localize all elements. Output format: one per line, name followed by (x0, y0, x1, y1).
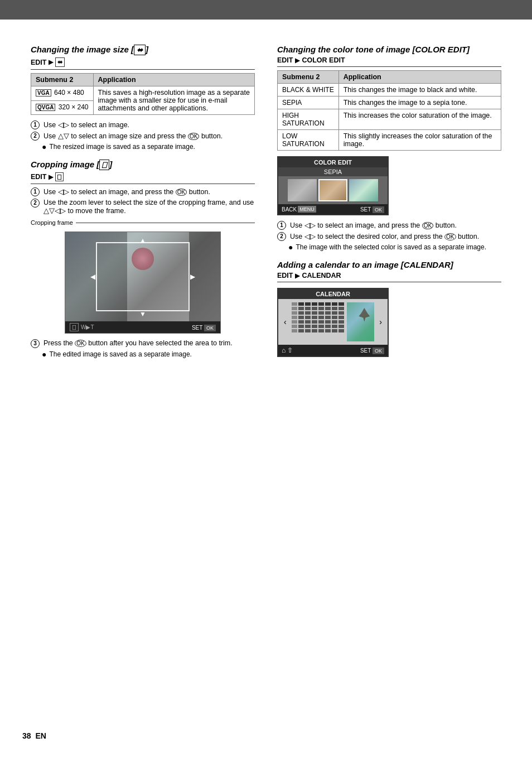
cal-row-2 (292, 311, 344, 315)
color-thumb-high (349, 179, 378, 201)
section-resize-title: Changing the image size [⬌] (31, 45, 255, 55)
crop-bullet: ● The edited image is saved as a separat… (42, 350, 255, 358)
color-edit-panel-header: COLOR EDIT (278, 157, 388, 167)
resize-table: Submenu 2 Application VGA 640 × 480 This… (31, 73, 255, 115)
ok-button-color[interactable]: OK (373, 206, 384, 213)
page: Changing the image size [⬌] EDIT ▶ ⬌ Sub… (0, 0, 532, 757)
color-edit-mode: SEPIA (278, 167, 388, 176)
crop-right-arrow: ▶ (190, 273, 195, 281)
color-table: Submenu 2 Application BLACK & WHITE This… (277, 70, 501, 151)
back-button[interactable]: BACK MENU (282, 206, 316, 213)
color-thumb-sepia (318, 179, 347, 201)
crop-step-1: 1 Use ◁▷ to select an image, and press t… (31, 187, 255, 196)
crop-left-arrow: ◀ (90, 273, 95, 281)
menu-label: MENU (298, 206, 316, 213)
step-1: 1 Use ◁▷ to select an image. (31, 120, 255, 129)
crop-image-area: Cropping frame ▲ (31, 219, 255, 334)
section-calendar-title: Adding a calendar to an image [CALENDAR] (277, 260, 501, 269)
cal-row-5 (292, 325, 344, 328)
color-step-1: 1 Use ◁▷ to select an image, and press t… (277, 221, 501, 230)
color-edit-images (278, 176, 388, 204)
crop-edit-icon: ⎕ (55, 172, 64, 181)
crop-icon-toolbar: ⎕ (70, 323, 79, 331)
resize-edit-icon: ⬌ (55, 57, 65, 67)
color-edit-path: EDIT ▶ COLOR EDIT (277, 56, 501, 67)
crop-steps2: 3 Press the OK button after you have sel… (31, 339, 255, 358)
section-crop-title: Cropping image [⎕] (31, 160, 255, 170)
crop-step-3: 3 Press the OK button after you have sel… (31, 339, 255, 348)
table-row: SEPIA This changes the image to a sepia … (278, 97, 501, 109)
calendar-edit-path: EDIT ▶ CALENDAR (277, 272, 501, 282)
left-column: Changing the image size [⬌] EDIT ▶ ⬌ Sub… (31, 45, 255, 363)
calendar-home-icon: ⌂ ⇧ (282, 346, 293, 354)
cal-row-1 (292, 307, 344, 310)
color-thumb-bw (288, 179, 317, 201)
color-steps: 1 Use ◁▷ to select an image, and press t… (277, 221, 501, 251)
section-color-title: Changing the color tone of image [COLOR … (277, 45, 501, 54)
crop-set-ok: SET OK (192, 324, 216, 331)
crop-label-line (76, 223, 255, 223)
section-resize: Changing the image size [⬌] EDIT ▶ ⬌ Sub… (31, 45, 255, 151)
crop-steps: 1 Use ◁▷ to select an image, and press t… (31, 187, 255, 215)
crop-edit-path: EDIT ▶ ⎕ (31, 172, 255, 184)
color-edit-panel: COLOR EDIT SEPIA BACK MEN (277, 156, 389, 215)
table-row: HIGHSATURATION This increases the color … (278, 109, 501, 130)
calendar-nav-left[interactable]: ‹ (282, 302, 289, 341)
color-edit-bottom-bar: BACK MENU SET OK (278, 204, 388, 214)
cal-row-header (292, 302, 344, 306)
calendar-grid (292, 302, 344, 341)
crop-frame-label-row: Cropping frame (31, 219, 255, 226)
calendar-photo (347, 302, 375, 341)
calendar-body: ‹ (278, 299, 388, 345)
crop-toolbar: ⎕ W▶T SET OK (65, 321, 220, 333)
color-step-2: 2 Use ◁▷ to select the desired color, an… (277, 232, 501, 241)
crop-toolbar-left: ⎕ W▶T (70, 323, 94, 331)
color-bullet: ● The image with the selected color is s… (288, 243, 501, 251)
calendar-panel-header: CALENDAR (278, 289, 388, 299)
wt-label: W▶T (81, 324, 94, 330)
table-row: BLACK & WHITE This changes the image to … (278, 84, 501, 97)
cal-row-6 (292, 329, 344, 332)
table-row: VGA 640 × 480 This saves a high-resoluti… (31, 86, 255, 101)
table-row: LOWSATURATION This slightly increases th… (278, 130, 501, 151)
calendar-bottom-bar: ⌂ ⇧ SET OK (278, 345, 388, 356)
resize-steps: 1 Use ◁▷ to select an image. 2 Use △▽ to… (31, 120, 255, 151)
calendar-set-ok: SET OK (360, 348, 384, 354)
crop-up-arrow: ▲ (139, 237, 146, 244)
section-calendar: Adding a calendar to an image [CALENDAR]… (277, 260, 501, 357)
section-crop: Cropping image [⎕] EDIT ▶ ⎕ 1 Use ◁▷ to … (31, 160, 255, 358)
section-color: Changing the color tone of image [COLOR … (277, 45, 501, 251)
crop-image-container: ▲ ▼ ◀ ▶ ⎕ W▶T (65, 232, 221, 334)
crop-step-2: 2 Use the zoom lever to select the size … (31, 199, 255, 215)
page-number-area: 38 EN (22, 731, 46, 740)
color-set-ok: SET OK (360, 206, 384, 213)
resize-edit-path: EDIT ▶ ⬌ (31, 57, 255, 70)
calendar-panel: CALENDAR ‹ (277, 288, 389, 357)
right-column: Changing the color tone of image [COLOR … (277, 45, 501, 363)
ok-button-crop[interactable]: OK (204, 325, 216, 331)
cal-row-4 (292, 320, 344, 324)
top-bar (0, 0, 532, 20)
calendar-nav-right[interactable]: › (377, 302, 384, 341)
cal-row-3 (292, 316, 344, 319)
crop-down-arrow: ▼ (139, 310, 146, 318)
ok-button-calendar[interactable]: OK (373, 348, 384, 354)
resize-bullet: ● The resized image is saved as a separa… (42, 143, 255, 151)
crop-image-inner: ▲ ▼ ◀ ▶ (65, 232, 220, 321)
step-2: 2 Use △▽ to select an image size and pre… (31, 132, 255, 141)
